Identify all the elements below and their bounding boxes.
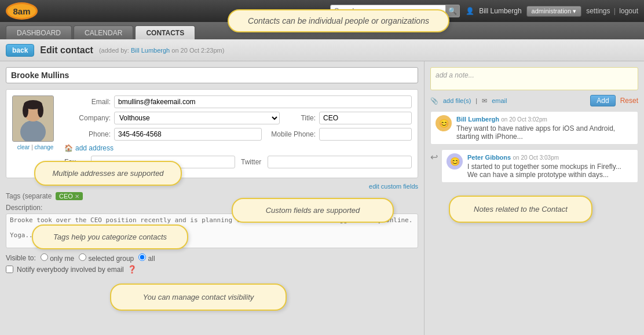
right-panel: add a note... 📎 add file(s) | ✉ email Ad… xyxy=(424,61,644,335)
search-button[interactable]: 🔍 xyxy=(446,5,460,17)
company-select[interactable]: Volthouse xyxy=(114,112,280,124)
visible-label: Visible to: xyxy=(6,254,36,262)
logout-link[interactable]: logout xyxy=(619,7,638,15)
fields-section: Email: Company: Volthouse Title: Phone: xyxy=(64,95,412,172)
left-panel: clear | change Email: Company: Volthouse xyxy=(0,61,424,335)
back-button[interactable]: back xyxy=(6,44,34,57)
mobile-field[interactable] xyxy=(319,128,412,141)
note-item-1: 😊 Bill Lumbergh on 20 Oct 3:02pm They wa… xyxy=(430,111,638,145)
avatar-section: clear | change xyxy=(12,95,58,172)
page-subtitle: (added by: Bill Lumbergh on 20 Oct 2:23p… xyxy=(99,47,224,54)
note-content-1: Bill Lumbergh on 20 Oct 3:02pm They want… xyxy=(456,115,633,141)
note-avatar-1: 😊 xyxy=(436,115,452,131)
email-label: Email: xyxy=(64,98,111,106)
tags-label: Tags (separate xyxy=(6,192,52,200)
note-item-2-wrapper: ↩ 😊 Peter Gibbons on 20 Oct 3:03pm I sta… xyxy=(430,149,638,183)
twitter-field[interactable] xyxy=(268,156,412,168)
added-by-link[interactable]: Bill Lumbergh xyxy=(131,47,170,54)
reset-link[interactable]: Reset xyxy=(620,97,638,105)
visible-only-me-option[interactable]: only me xyxy=(41,253,74,263)
phone-label: Phone: xyxy=(64,130,111,138)
note-author-1: Bill Lumbergh xyxy=(456,116,499,123)
tab-contacts[interactable]: CONTACTS xyxy=(135,25,195,39)
svg-point-4 xyxy=(23,104,28,117)
avatar xyxy=(12,95,54,142)
note-date-1: on 20 Oct 3:02pm xyxy=(501,116,547,123)
top-links: settings | logout xyxy=(586,7,638,15)
fax-label: Fax xyxy=(64,158,87,166)
user-name: Bill Lumbergh xyxy=(479,7,521,15)
phone-row: Phone: Mobile Phone: xyxy=(64,128,412,141)
admin-button[interactable]: administration ▾ xyxy=(526,6,582,17)
note-text-1: They want to have native apps for iOS an… xyxy=(456,124,633,141)
fax-field[interactable] xyxy=(91,156,235,168)
description-field[interactable]: Brooke took over the CEO position recent… xyxy=(6,213,418,248)
search-bar: 🔍 xyxy=(330,5,460,17)
note-text-2: I started to put together some mockups i… xyxy=(467,163,633,179)
app-logo: 8am xyxy=(6,2,38,20)
note-author-2: Peter Gibbons xyxy=(467,154,511,161)
visible-all-option[interactable]: all xyxy=(138,253,155,263)
nav-tabs: DASHBOARD CALENDAR CONTACTS xyxy=(0,22,644,39)
twitter-label: Twitter xyxy=(241,158,264,166)
change-avatar-link[interactable]: change xyxy=(35,144,54,150)
email-icon: ✉ xyxy=(482,97,487,105)
notes-toolbar-left: 📎 add file(s) | ✉ email xyxy=(430,97,586,105)
notes-toolbar: 📎 add file(s) | ✉ email Add Reset xyxy=(430,95,638,106)
contact-form-section: clear | change Email: Company: Volthouse xyxy=(6,89,418,178)
email-field[interactable] xyxy=(114,95,412,108)
visible-selected-option[interactable]: selected group xyxy=(79,253,134,263)
remove-tag-button[interactable]: ✕ xyxy=(75,193,79,200)
notify-row: Notify everybody involved by email ❓ xyxy=(6,265,418,274)
file-icon: 📎 xyxy=(430,97,438,105)
company-row: Company: Volthouse Title: xyxy=(64,112,412,124)
add-files-link[interactable]: add file(s) xyxy=(443,97,471,104)
ceo-tag: CEO ✕ xyxy=(56,192,83,200)
title-label: Title: xyxy=(301,114,316,122)
edit-custom-fields-link[interactable]: edit custom fields xyxy=(6,183,418,190)
tags-row: Tags (separate CEO ✕ xyxy=(6,192,418,200)
main-content: clear | change Email: Company: Volthouse xyxy=(0,61,644,335)
description-section: Description: Brooke took over the CEO po… xyxy=(6,204,418,250)
page-title: Edit contact xyxy=(40,45,93,56)
help-icon: ❓ xyxy=(127,265,137,274)
reply-icon: ↩ xyxy=(430,152,438,163)
extra-fields: Fax Twitter xyxy=(64,156,412,168)
search-input[interactable] xyxy=(330,5,446,17)
note-date-2: on 20 Oct 3:03pm xyxy=(513,154,559,161)
page-header: back Edit contact (added by: Bill Lumber… xyxy=(0,39,644,61)
note-item-2: 😊 Peter Gibbons on 20 Oct 3:03pm I start… xyxy=(441,149,638,183)
notify-label: Notify everybody involved by email xyxy=(17,266,124,274)
notify-checkbox[interactable] xyxy=(6,266,13,273)
svg-point-5 xyxy=(38,104,43,117)
note-content-2: Peter Gibbons on 20 Oct 3:03pm I started… xyxy=(467,153,633,179)
clear-avatar-link[interactable]: clear xyxy=(17,144,30,150)
email-row: Email: xyxy=(64,95,412,108)
top-bar: 8am 🔍 👤 Bill Lumbergh administration ▾ s… xyxy=(0,0,644,22)
settings-link[interactable]: settings xyxy=(586,7,610,15)
email-note-link[interactable]: email xyxy=(492,97,507,104)
avatar-actions: clear | change xyxy=(12,144,58,150)
add-address-link[interactable]: 🏠 add address xyxy=(64,144,412,152)
phone-field[interactable] xyxy=(114,128,262,141)
add-note-button[interactable]: Add xyxy=(590,95,615,106)
title-field[interactable] xyxy=(319,112,412,124)
notes-input[interactable]: add a note... xyxy=(430,67,638,90)
contact-name-bar xyxy=(6,67,418,83)
description-label: Description: xyxy=(6,204,418,212)
company-label: Company: xyxy=(64,114,111,122)
tab-calendar[interactable]: CALENDAR xyxy=(74,25,133,39)
note-avatar-2: 😊 xyxy=(447,153,463,170)
user-area: 👤 Bill Lumbergh administration ▾ setting… xyxy=(466,6,638,17)
mobile-label: Mobile Phone: xyxy=(271,130,316,138)
user-icon: 👤 xyxy=(466,7,474,15)
tab-dashboard[interactable]: DASHBOARD xyxy=(6,25,72,39)
visibility-row: Visible to: only me selected group all xyxy=(6,253,418,263)
contact-name-input[interactable] xyxy=(6,67,418,83)
